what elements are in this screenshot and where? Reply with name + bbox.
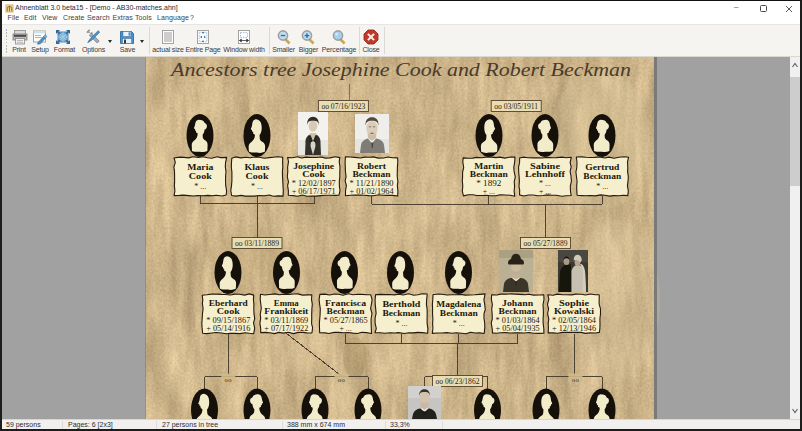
svg-text:Ancestors tree Josephine Cook: Ancestors tree Josephine Cook and Robert… <box>169 59 631 80</box>
svg-text:+ 05/04/1935: + 05/04/1935 <box>496 324 540 333</box>
svg-text:+ ...: + ... <box>483 187 495 196</box>
svg-text:oo: oo <box>572 376 580 383</box>
svg-text:Beckman: Beckman <box>583 171 621 181</box>
svg-text:oo: oo <box>225 376 233 383</box>
svg-text:Beckman: Beckman <box>382 308 420 318</box>
svg-text:Cook: Cook <box>246 171 269 181</box>
svg-text:oo 06/23/1862: oo 06/23/1862 <box>436 377 480 386</box>
svg-text:oo 07/16/1923: oo 07/16/1923 <box>321 102 365 111</box>
svg-text:* ...: * ... <box>194 182 206 191</box>
svg-text:+ 06/17/1971: + 06/17/1971 <box>292 187 336 196</box>
svg-text:oo 05/27/1889: oo 05/27/1889 <box>524 239 568 248</box>
svg-text:Magdalena: Magdalena <box>436 299 482 309</box>
svg-text:+ 01/02/1964: + 01/02/1964 <box>350 187 394 196</box>
svg-text:Klaus: Klaus <box>245 162 271 172</box>
svg-text:+ 12/13/1946: + 12/13/1946 <box>552 324 596 333</box>
svg-text:Gertrud: Gertrud <box>585 162 619 172</box>
svg-text:oo 03/05/1911: oo 03/05/1911 <box>494 102 538 111</box>
svg-text:+ 07/17/1922: + 07/17/1922 <box>264 324 308 333</box>
svg-text:* ...: * ... <box>453 319 465 328</box>
svg-text:oo 03/11/1889: oo 03/11/1889 <box>235 239 279 248</box>
svg-text:+ ...: + ... <box>340 324 352 333</box>
svg-text:+ 05/14/1916: + 05/14/1916 <box>206 324 250 333</box>
svg-text:* ...: * ... <box>395 319 407 328</box>
svg-text:Berthold: Berthold <box>382 299 420 309</box>
svg-text:Cook: Cook <box>189 171 212 181</box>
svg-text:* ...: * ... <box>251 182 263 191</box>
svg-text:oo: oo <box>338 376 346 383</box>
svg-text:Beckman: Beckman <box>440 308 478 318</box>
svg-text:* ...: * ... <box>596 182 608 191</box>
svg-text:+ ...: + ... <box>539 187 551 196</box>
svg-text:Maria: Maria <box>187 162 214 172</box>
